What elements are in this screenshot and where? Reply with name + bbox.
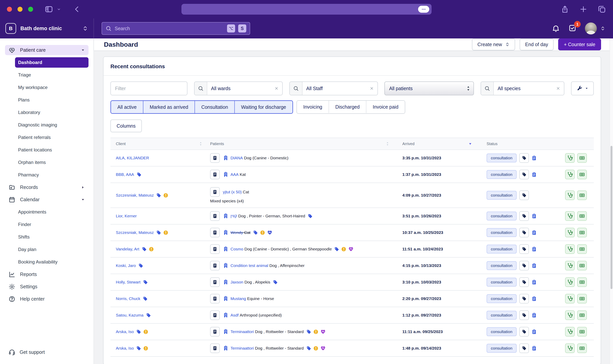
sidebar-item-diagnostic-imaging[interactable]: Diagnostic imaging <box>15 120 89 130</box>
patient-link[interactable]: Terminaattori <box>231 329 254 334</box>
patient-link[interactable]: קווין <box>231 214 237 218</box>
client-link[interactable]: Szczesniak, Mateusz <box>116 193 154 197</box>
consultation-notes-button[interactable] <box>210 261 220 270</box>
sidebar-item-get-support[interactable]: Get support <box>0 349 94 364</box>
sidebar-item-orphan-items[interactable]: Orphan items <box>15 157 89 168</box>
patient-link[interactable]: Cosmo <box>231 247 243 251</box>
user-menu-chevrons-icon[interactable] <box>600 26 605 31</box>
client-link[interactable]: AILA, KILJANDER <box>116 156 149 160</box>
tags-button[interactable] <box>519 190 529 200</box>
column-header-arrived[interactable]: Arrived <box>395 142 478 146</box>
patient-link[interactable]: Condition test animal <box>231 263 268 268</box>
invoice-payment-button[interactable] <box>577 343 587 353</box>
invoice-payment-button[interactable] <box>577 310 587 320</box>
notifications-bell-icon[interactable] <box>552 25 560 32</box>
back-icon[interactable] <box>73 5 81 13</box>
tab-consultation[interactable]: Consultation <box>194 101 234 113</box>
sidebar-item-appointments[interactable]: Appointments <box>15 207 89 217</box>
staff-filter[interactable]: All Staff <box>289 81 378 95</box>
tags-button[interactable] <box>519 327 529 337</box>
end-of-day-button[interactable]: End of day <box>520 39 554 50</box>
settings-wrench-button[interactable] <box>571 81 594 95</box>
patient-link[interactable]: Wendy <box>231 230 243 235</box>
invoice-payment-button[interactable] <box>577 327 587 337</box>
new-tab-icon[interactable] <box>579 5 588 13</box>
invoice-payment-button[interactable] <box>577 294 587 303</box>
patient-link[interactable]: AAA <box>231 172 239 177</box>
start-consultation-button[interactable] <box>565 190 575 200</box>
consultation-notes-button[interactable] <box>210 170 220 179</box>
consultation-notes-button[interactable] <box>210 327 220 337</box>
consultation-notes-button[interactable] <box>210 294 220 303</box>
counter-sale-button[interactable]: + Counter sale <box>558 39 601 50</box>
patient-link[interactable]: Asdf <box>231 313 239 317</box>
sidebar-item-finder[interactable]: Finder <box>15 219 89 230</box>
consultation-notes-button[interactable] <box>210 211 220 221</box>
consultation-notes-button[interactable] <box>210 244 220 254</box>
start-consultation-button[interactable] <box>565 310 575 320</box>
close-window-button[interactable] <box>7 7 12 12</box>
invoice-payment-button[interactable] <box>577 211 587 221</box>
clinic-switcher[interactable]: B Bath demo clinic <box>0 18 94 39</box>
patient-link[interactable]: yjtut (x 50) <box>223 190 242 194</box>
tags-button[interactable] <box>519 244 529 254</box>
tasks-button[interactable]: 1 <box>568 24 576 33</box>
sidebar-item-triage[interactable]: Triage <box>15 70 89 80</box>
start-consultation-button[interactable] <box>565 244 575 254</box>
tags-button[interactable] <box>519 228 529 237</box>
consultation-notes-button[interactable] <box>210 187 220 197</box>
patient-link[interactable]: DIANA <box>231 156 243 160</box>
start-consultation-button[interactable] <box>565 261 575 270</box>
address-bar[interactable] <box>181 4 432 15</box>
species-filter[interactable]: All species <box>481 81 564 95</box>
sidebar-toggle-icon[interactable] <box>44 5 54 13</box>
consultation-notes-button[interactable] <box>210 310 220 320</box>
start-consultation-button[interactable] <box>565 211 575 221</box>
minimize-window-button[interactable] <box>17 7 23 12</box>
clear-icon[interactable] <box>274 86 279 91</box>
column-header-patients[interactable]: Patients <box>209 142 395 146</box>
create-new-button[interactable]: Create new <box>472 39 515 50</box>
column-header-client[interactable]: Client <box>110 142 209 146</box>
sidebar-item-patient-referrals[interactable]: Patient referrals <box>15 132 89 143</box>
invoice-payment-button[interactable] <box>577 170 587 179</box>
client-link[interactable]: Vandelay, Art <box>116 247 139 251</box>
sidebar-item-patient-locations[interactable]: Patient locations <box>15 145 89 155</box>
start-consultation-button[interactable] <box>565 294 575 303</box>
client-link[interactable]: BBB, AAA <box>116 172 134 177</box>
patients-select[interactable]: All patients <box>384 81 474 95</box>
tab-all-active[interactable]: All active <box>111 101 143 113</box>
consultation-notes-button[interactable] <box>210 277 220 287</box>
sidebar-section-settings[interactable]: Settings <box>5 282 89 292</box>
sidebar-item-pharmacy[interactable]: Pharmacy <box>15 170 89 180</box>
sidebar-section-records[interactable]: Records <box>5 182 89 192</box>
invoice-payment-button[interactable] <box>577 190 587 200</box>
invoice-payment-button[interactable] <box>577 244 587 254</box>
consultation-notes-button[interactable] <box>210 343 220 353</box>
client-link[interactable]: Koski, Jaro <box>116 263 136 268</box>
start-consultation-button[interactable] <box>565 327 575 337</box>
share-icon[interactable] <box>561 5 569 13</box>
tags-button[interactable] <box>519 211 529 221</box>
consultation-notes-button[interactable] <box>210 153 220 163</box>
avatar[interactable] <box>585 23 597 34</box>
tab-invoicing[interactable]: Invoicing <box>297 101 329 113</box>
sidebar-section-help-center[interactable]: Help center <box>5 294 89 304</box>
tab-invoice-paid[interactable]: Invoice paid <box>366 101 405 113</box>
clear-icon[interactable] <box>369 86 374 91</box>
filter-input[interactable] <box>110 81 187 95</box>
client-link[interactable]: Lior, Kerner <box>116 214 137 218</box>
page-options-button[interactable] <box>418 6 429 13</box>
tab-waiting-for-discharge[interactable]: Waiting for discharge <box>234 101 292 113</box>
patient-link[interactable]: Mustang <box>231 296 246 301</box>
client-link[interactable]: Holly, Stewart <box>116 280 140 285</box>
clear-icon[interactable] <box>556 86 560 91</box>
sidebar-section-patient-care[interactable]: Patient care <box>5 45 89 55</box>
tags-button[interactable] <box>519 294 529 303</box>
start-consultation-button[interactable] <box>565 228 575 237</box>
start-consultation-button[interactable] <box>565 170 575 179</box>
tab-marked-as-arrived[interactable]: Marked as arrived <box>143 101 194 113</box>
wards-filter[interactable]: All wards <box>194 81 283 95</box>
columns-button[interactable]: Columns <box>110 119 142 132</box>
tags-button[interactable] <box>519 277 529 287</box>
